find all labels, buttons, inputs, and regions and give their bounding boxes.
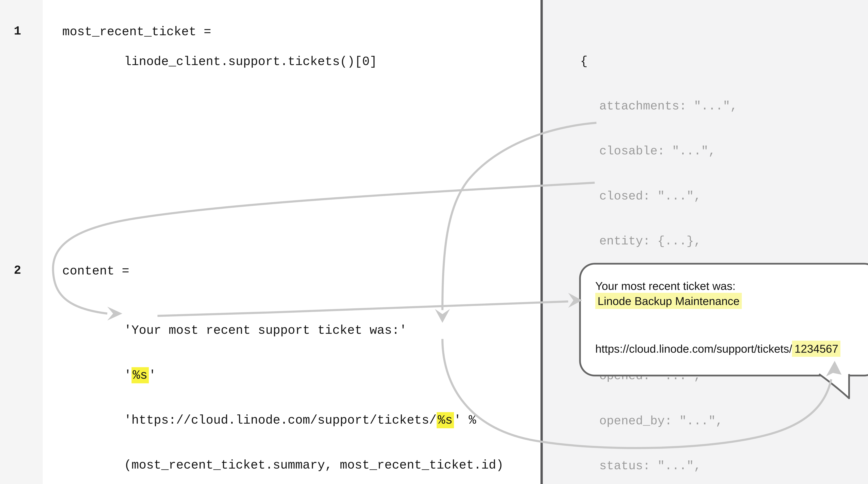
code-string-2: '%s': [124, 368, 503, 383]
url-string-suffix: ' %: [454, 413, 476, 427]
object-field-entity: entity: {...},: [580, 234, 868, 249]
code-line2-assignment: content =: [62, 263, 129, 278]
bubble-summary-highlight: Linode Backup Maintenance: [595, 293, 742, 309]
line-number-1: 1: [14, 24, 21, 39]
ticket-object-literal: { attachments: "...", closable: "...", c…: [580, 24, 868, 484]
bubble-url-line: https://cloud.linode.com/support/tickets…: [595, 341, 841, 356]
object-field-status: status: "...",: [580, 459, 868, 474]
line-number-gutter: [0, 0, 43, 484]
object-field-closable: closable: "...",: [580, 144, 868, 159]
bubble-line-1: Your most recent ticket was:: [595, 279, 736, 293]
placeholder-id: %s: [437, 412, 454, 428]
object-field-opened-by: opened_by: "...",: [580, 414, 868, 429]
line-number-2: 2: [14, 263, 21, 278]
object-field-closed: closed: "...",: [580, 189, 868, 204]
object-field-attachments: attachments: "...",: [580, 99, 868, 114]
bubble-id-highlight: 1234567: [792, 341, 841, 357]
code-line2-strings: 'Your most recent support ticket was:' '…: [124, 293, 503, 484]
code-string-3: 'https://cloud.linode.com/support/ticket…: [124, 413, 503, 428]
bubble-line-2: Linode Backup Maintenance: [595, 293, 742, 308]
arrowhead-right-icon: [107, 307, 122, 321]
object-open-brace: {: [580, 54, 868, 69]
quote-open: ': [124, 368, 131, 382]
scale-wrapper: 1 2 most_recent_ticket = linode_client.s…: [0, 0, 868, 484]
url-string-prefix: 'https://cloud.linode.com/support/ticket…: [124, 413, 437, 427]
code-format-args: (most_recent_ticket.summary, most_recent…: [124, 458, 503, 473]
output-speech-bubble: Your most recent ticket was: Linode Back…: [579, 263, 868, 377]
code-line1-value: linode_client.support.tickets()[0]: [124, 54, 377, 69]
code-string-1: 'Your most recent support ticket was:': [124, 323, 503, 338]
code-annotation-figure: 1 2 most_recent_ticket = linode_client.s…: [0, 0, 868, 484]
code-line1-assignment: most_recent_ticket =: [62, 24, 211, 39]
placeholder-summary: %s: [131, 367, 149, 383]
panel-divider: [540, 0, 543, 484]
bubble-url-prefix: https://cloud.linode.com/support/tickets…: [595, 343, 792, 355]
quote-close: ': [149, 368, 156, 382]
